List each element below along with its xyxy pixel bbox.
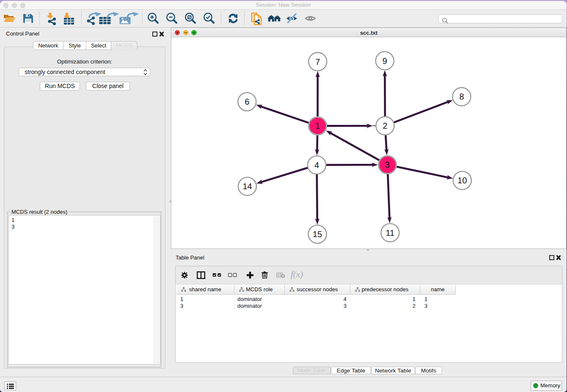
svg-text:4: 4: [314, 161, 319, 170]
svg-text:14: 14: [242, 182, 252, 191]
svg-text:11: 11: [386, 229, 395, 238]
svg-text:15: 15: [313, 230, 322, 239]
svg-text:9: 9: [383, 57, 387, 66]
svg-text:7: 7: [315, 58, 320, 67]
svg-text:10: 10: [457, 176, 467, 185]
svg-text:2: 2: [383, 121, 387, 131]
svg-text:1: 1: [315, 121, 320, 131]
svg-text:8: 8: [459, 92, 464, 102]
svg-text:6: 6: [245, 97, 249, 107]
svg-text:3: 3: [385, 160, 390, 170]
